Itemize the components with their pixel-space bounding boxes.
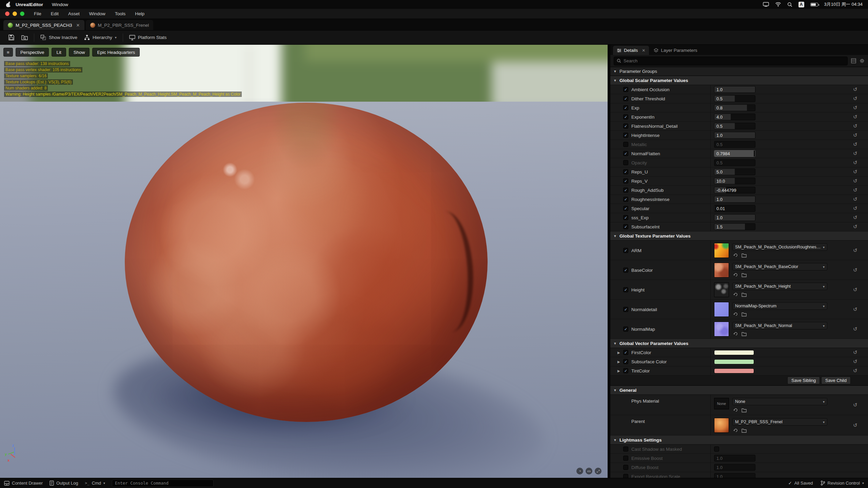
viewport-button-show[interactable]: Show — [69, 48, 90, 57]
use-selected-asset-icon[interactable] — [733, 331, 738, 336]
menu-window[interactable]: Window — [84, 11, 110, 16]
browse-to-asset-icon[interactable] — [742, 273, 747, 277]
use-selected-asset-icon[interactable] — [733, 312, 738, 317]
override-checkbox[interactable]: ✓ — [623, 188, 628, 193]
override-checkbox[interactable]: ✓ — [623, 105, 628, 110]
override-checkbox[interactable]: ✓ — [623, 179, 628, 184]
reset-to-default-icon[interactable]: ↺ — [853, 96, 857, 102]
reset-to-default-icon[interactable]: ↺ — [853, 402, 857, 408]
reset-to-default-icon[interactable]: ↺ — [853, 178, 857, 184]
screen-ratio-icon[interactable]: ▭ — [586, 468, 592, 474]
save-status[interactable]: ✓ All Saved — [788, 481, 813, 486]
scalar-value-slider[interactable]: 1.0 — [714, 132, 755, 139]
menu-help[interactable]: Help — [130, 11, 149, 16]
texture-thumbnail[interactable] — [714, 243, 729, 258]
texture-thumbnail[interactable] — [714, 302, 729, 317]
reset-to-default-icon[interactable]: ↺ — [853, 105, 857, 111]
override-checkbox[interactable]: ✓ — [623, 206, 628, 211]
reset-to-default-icon[interactable]: ↺ — [853, 187, 857, 193]
texture-parameters-header[interactable]: ▼ Global Texture Parameter Values — [610, 231, 868, 241]
minimize-window-button[interactable] — [13, 12, 17, 16]
tab-layer-parameters[interactable]: Layer Parameters — [650, 46, 701, 55]
battery-icon[interactable] — [810, 3, 818, 6]
override-checkbox[interactable]: ✓ — [623, 307, 628, 312]
general-header[interactable]: ▼ General — [610, 386, 868, 395]
texture-asset-dropdown[interactable]: SM_Peach_M_Peach_Height▾ — [732, 283, 827, 290]
save-button[interactable] — [5, 32, 18, 43]
asset-tab[interactable]: M_P2_PBR_SSS_PEACH3✕ — [3, 20, 84, 30]
wifi-icon[interactable] — [775, 2, 781, 7]
parent-material-thumbnail[interactable] — [714, 418, 729, 433]
viewport-button-epic-headquarters[interactable]: Epic Headquarters — [92, 48, 140, 57]
parent-material-dropdown[interactable]: M_P2_PBR_SSS_Frenel ▾ — [732, 418, 827, 426]
browse-to-asset-icon[interactable] — [742, 292, 747, 297]
details-settings-icon[interactable] — [860, 58, 865, 63]
hierarchy-dropdown[interactable]: Hierarchy ▾ — [81, 33, 120, 42]
menu-asset[interactable]: Asset — [63, 11, 84, 16]
override-checkbox[interactable] — [623, 160, 628, 165]
browse-to-asset-icon[interactable] — [742, 408, 747, 412]
reset-to-default-icon[interactable]: ↺ — [853, 306, 857, 312]
viewport-button-perspective[interactable]: Perspective — [16, 48, 49, 57]
phys-material-dropdown[interactable]: None ▾ — [732, 398, 827, 405]
override-checkbox[interactable]: ✓ — [623, 151, 628, 156]
reset-to-default-icon[interactable]: ↺ — [853, 287, 857, 293]
apple-menu-icon[interactable] — [6, 2, 11, 7]
scalar-value-slider[interactable]: 0.5 — [714, 123, 755, 129]
override-checkbox[interactable] — [623, 456, 628, 461]
scalar-value-slider[interactable]: 0.8 — [714, 104, 755, 111]
override-checkbox[interactable] — [623, 447, 628, 452]
color-swatch[interactable] — [714, 359, 754, 364]
override-checkbox[interactable]: ✓ — [623, 350, 628, 355]
override-checkbox[interactable] — [623, 474, 628, 478]
scalar-value-slider[interactable]: 0.5 — [714, 141, 755, 148]
input-source-icon[interactable]: A — [798, 2, 804, 7]
expander-triangle-icon[interactable]: ▶ — [617, 360, 620, 364]
reset-to-default-icon[interactable]: ↺ — [853, 123, 857, 129]
lightmass-settings-header[interactable]: ▼ Lightmass Settings — [610, 435, 868, 445]
use-selected-asset-icon[interactable] — [733, 408, 738, 412]
reset-to-default-icon[interactable]: ↺ — [853, 205, 857, 211]
scalar-value-slider[interactable]: 1.0 — [714, 214, 755, 221]
vector-parameters-header[interactable]: ▼ Global Vector Parameter Values — [610, 339, 868, 348]
use-selected-asset-icon[interactable] — [733, 292, 738, 297]
app-menu-title[interactable]: UnrealEditor — [16, 2, 43, 7]
close-tab-icon[interactable]: ✕ — [642, 48, 645, 53]
menu-window-macos[interactable]: Window — [52, 2, 68, 7]
browse-to-asset-icon[interactable] — [742, 332, 747, 336]
reset-to-default-icon[interactable]: ↺ — [853, 422, 857, 428]
orbit-camera-icon[interactable]: ◔ — [576, 468, 583, 474]
reset-to-default-icon[interactable]: ↺ — [853, 114, 857, 120]
search-box[interactable] — [614, 57, 848, 65]
reset-to-default-icon[interactable]: ↺ — [853, 267, 857, 273]
browse-to-asset-icon[interactable] — [742, 253, 747, 258]
reset-to-default-icon[interactable]: ↺ — [853, 141, 857, 147]
screen-mirroring-icon[interactable] — [763, 2, 769, 7]
color-swatch[interactable] — [714, 350, 754, 355]
reset-to-default-icon[interactable]: ↺ — [853, 215, 857, 221]
color-swatch[interactable] — [714, 368, 754, 373]
scalar-value-slider[interactable]: 1.0 — [714, 196, 755, 203]
texture-thumbnail[interactable] — [714, 263, 729, 278]
reset-to-default-icon[interactable]: ↺ — [853, 169, 857, 175]
close-window-button[interactable] — [5, 12, 9, 16]
browse-to-asset-button[interactable] — [18, 33, 31, 42]
scalar-value-slider[interactable]: 10.0 — [714, 178, 755, 184]
scalar-parameters-header[interactable]: ▼ Global Scalar Parameter Values — [610, 76, 868, 85]
override-checkbox[interactable]: ✓ — [623, 124, 628, 129]
texture-asset-dropdown[interactable]: SM_Peach_M_Peach_Normal▾ — [732, 322, 827, 329]
output-log-button[interactable]: Output Log — [50, 481, 78, 486]
maximize-viewport-icon[interactable]: ⤢ — [595, 468, 601, 474]
console-command-box[interactable] — [112, 480, 214, 487]
scalar-value-slider[interactable]: 1.5 — [714, 223, 755, 230]
scalar-value-slider[interactable]: -0.444799 — [714, 187, 755, 194]
scalar-value-slider[interactable]: 0.7984 — [714, 150, 755, 157]
reset-to-default-icon[interactable]: ↺ — [853, 150, 857, 157]
tab-details[interactable]: Details ✕ — [613, 46, 649, 55]
menu-file[interactable]: File — [29, 11, 46, 16]
reset-to-default-icon[interactable]: ↺ — [853, 196, 857, 202]
browse-to-asset-icon[interactable] — [742, 312, 747, 317]
expander-triangle-icon[interactable]: ▶ — [617, 351, 620, 354]
save-sibling-button[interactable]: Save Sibling — [787, 377, 820, 384]
reset-to-default-icon[interactable]: ↺ — [853, 160, 857, 166]
